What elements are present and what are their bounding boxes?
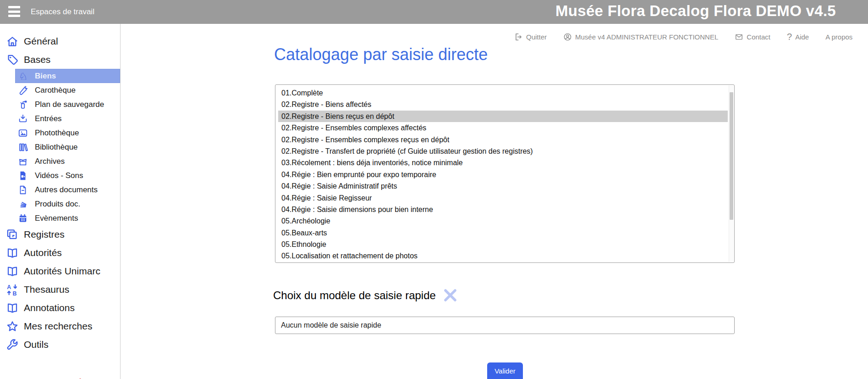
star-icon bbox=[5, 320, 19, 333]
model-option[interactable]: 03.Récolement : biens déja inventoriés, … bbox=[278, 157, 728, 168]
sort-alpha-icon: AB bbox=[5, 284, 19, 296]
sidebar-item-label: Bibliothèque bbox=[35, 143, 78, 152]
a-propos-link[interactable]: A propos bbox=[825, 33, 852, 41]
model-option[interactable]: 05.Ethnologie bbox=[278, 239, 728, 250]
sidebar-item-archives[interactable]: Archives bbox=[0, 154, 120, 168]
sidebar-item-label: Autres documents bbox=[35, 185, 98, 195]
sidebar-item-label: Bases bbox=[24, 54, 50, 65]
sidebar-item-mes-recherches[interactable]: Mes recherches bbox=[0, 317, 120, 335]
video-file-icon bbox=[17, 171, 28, 181]
model-option[interactable]: 05.Archéologie bbox=[278, 215, 728, 227]
quick-entry-heading: Choix du modèle de saisie rapide bbox=[273, 289, 436, 302]
sidebar-item-thesaurus[interactable]: ABThesaurus bbox=[0, 280, 120, 299]
svg-text:B: B bbox=[13, 290, 17, 295]
sidebar-item-autres-documents[interactable]: Autres documents bbox=[0, 183, 120, 197]
valider-button[interactable]: Valider bbox=[487, 362, 523, 379]
sidebar-item-label: Evènements bbox=[35, 214, 78, 223]
sidebar-item-autorites[interactable]: Autorités bbox=[0, 244, 120, 262]
sidebar-item-registres[interactable]: Registres bbox=[0, 225, 120, 244]
workspace-label: Espaces de travail bbox=[31, 0, 94, 24]
sidebar-item-label: Plan de sauvegarde bbox=[35, 100, 104, 109]
sidebar-item-label: Outils bbox=[24, 339, 49, 350]
sidebar-item-bases[interactable]: Bases bbox=[0, 50, 120, 69]
model-option[interactable]: 01.Complète bbox=[278, 87, 728, 99]
sidebar-item-label: Archives bbox=[35, 157, 65, 166]
sidebar-item-bibliotheque[interactable]: Bibliothèque bbox=[0, 140, 120, 154]
sidebar-nav: GénéralBases♘BiensCarothèquePlan de sauv… bbox=[0, 32, 120, 354]
sidebar-item-label: Photothèque bbox=[35, 128, 79, 138]
model-option[interactable]: 02.Registre - Ensembles complexes affect… bbox=[278, 122, 728, 134]
wrench-icon bbox=[5, 339, 19, 351]
list-scrollbar-thumb[interactable] bbox=[730, 92, 733, 220]
fire-extinguisher-icon bbox=[17, 100, 28, 110]
sidebar-item-label: Mes recherches bbox=[24, 321, 92, 332]
svg-text:♘: ♘ bbox=[19, 71, 28, 81]
sidebar-item-label: Général bbox=[24, 36, 58, 47]
hamburger-menu-icon[interactable] bbox=[8, 6, 20, 18]
sidebar-item-evenements[interactable]: Evènements bbox=[0, 211, 120, 225]
model-option[interactable]: 02.Registre - Ensembles complexes reçus … bbox=[278, 134, 728, 145]
model-option[interactable]: 02.Registre - Transfert de propriété (cf… bbox=[278, 145, 728, 157]
close-icon[interactable] bbox=[443, 288, 457, 302]
chess-knight-icon: ♘ bbox=[17, 71, 28, 81]
logout-icon bbox=[514, 33, 523, 41]
header-links: Quitter Musée v4 ADMINISTRATEUR FONCTION… bbox=[514, 32, 852, 41]
open-book-icon bbox=[5, 247, 19, 259]
sidebar-item-label: Annotations bbox=[24, 302, 75, 313]
quick-entry-input[interactable] bbox=[275, 317, 735, 334]
sidebar-item-label: Entrées bbox=[35, 114, 62, 123]
aide-link[interactable]: ? Aide bbox=[787, 32, 809, 41]
model-option[interactable]: 04.Régie : Saisie Regisseur bbox=[278, 192, 728, 204]
top-bar: Espaces de travail Musée Flora Decalog F… bbox=[0, 0, 868, 24]
envelope-icon bbox=[735, 33, 743, 41]
quitter-button[interactable]: Quitter bbox=[514, 33, 547, 41]
sidebar-item-carotheque[interactable]: Carothèque bbox=[0, 83, 120, 97]
model-option[interactable]: 05.Localisation et rattachement de photo… bbox=[278, 250, 728, 262]
document-icon bbox=[17, 185, 28, 195]
sidebar-item-label: Registres bbox=[24, 229, 65, 240]
model-option[interactable]: 02.Registre - Biens affectés bbox=[278, 99, 728, 110]
question-mark-icon: ? bbox=[787, 32, 792, 41]
sidebar-item-videos-sons[interactable]: Vidéos - Sons bbox=[0, 168, 120, 183]
sidebar-item-autorites-unimarc[interactable]: Autorités Unimarc bbox=[0, 262, 120, 280]
sidebar-item-entrees[interactable]: Entrées bbox=[0, 111, 120, 126]
model-option[interactable]: 04.Régie : Bien emprunté pour expo tempo… bbox=[278, 169, 728, 180]
core-sample-icon bbox=[17, 85, 28, 95]
current-user[interactable]: Musée v4 ADMINISTRATEUR FONCTIONNEL bbox=[563, 33, 718, 41]
model-option[interactable]: 04.Régie : Saisie dimensions pour bien i… bbox=[278, 204, 728, 215]
sidebar-item-label: Carothèque bbox=[35, 86, 76, 95]
list-scrollbar[interactable] bbox=[729, 85, 734, 262]
sidebar-item-label: Autorités Unimarc bbox=[24, 266, 100, 277]
tag-icon bbox=[5, 54, 19, 66]
sidebar-item-label: Produits doc. bbox=[35, 200, 80, 209]
sidebar: GénéralBases♘BiensCarothèquePlan de sauv… bbox=[0, 24, 121, 379]
model-option[interactable]: 05.Beaux-arts bbox=[278, 227, 728, 239]
svg-text:A: A bbox=[7, 284, 11, 290]
model-option[interactable]: 04.Régie : Saisie Administratif prêts bbox=[278, 180, 728, 192]
sidebar-item-label: Biens bbox=[35, 72, 56, 81]
sidebar-item-annotations[interactable]: Annotations bbox=[0, 299, 120, 317]
sidebar-item-label: Autorités bbox=[24, 247, 62, 258]
sidebar-item-outils[interactable]: Outils bbox=[0, 335, 120, 354]
app-title: Musée Flora Decalog Flora DEMO v4.5 bbox=[555, 2, 836, 20]
calendar-icon bbox=[17, 213, 28, 223]
sidebar-item-phototheque[interactable]: Photothèque bbox=[0, 126, 120, 140]
sidebar-item-biens[interactable]: ♘Biens bbox=[0, 69, 120, 83]
user-icon bbox=[563, 33, 572, 41]
inbox-download-icon bbox=[17, 114, 28, 124]
model-option[interactable]: 02.Registre - Biens reçus en dépôt bbox=[278, 111, 728, 122]
page-title: Catalogage par saisie directe bbox=[274, 45, 488, 64]
books-icon bbox=[17, 142, 28, 152]
sidebar-item-produits-doc[interactable]: Produits doc. bbox=[0, 197, 120, 211]
open-book-icon bbox=[5, 265, 19, 278]
sidebar-item-general[interactable]: Général bbox=[0, 32, 120, 50]
paper-stack-icon bbox=[17, 199, 28, 209]
registers-icon bbox=[5, 229, 19, 241]
photo-icon bbox=[17, 128, 28, 138]
model-listbox: 01.Complète02.Registre - Biens affectés0… bbox=[275, 84, 735, 263]
sidebar-item-plan-de-sauvegarde[interactable]: Plan de sauvegarde bbox=[0, 97, 120, 111]
sidebar-item-label: Vidéos - Sons bbox=[35, 171, 83, 180]
quick-entry-heading-row: Choix du modèle de saisie rapide bbox=[273, 288, 457, 302]
archive-box-icon bbox=[17, 156, 28, 167]
contact-link[interactable]: Contact bbox=[735, 33, 770, 41]
